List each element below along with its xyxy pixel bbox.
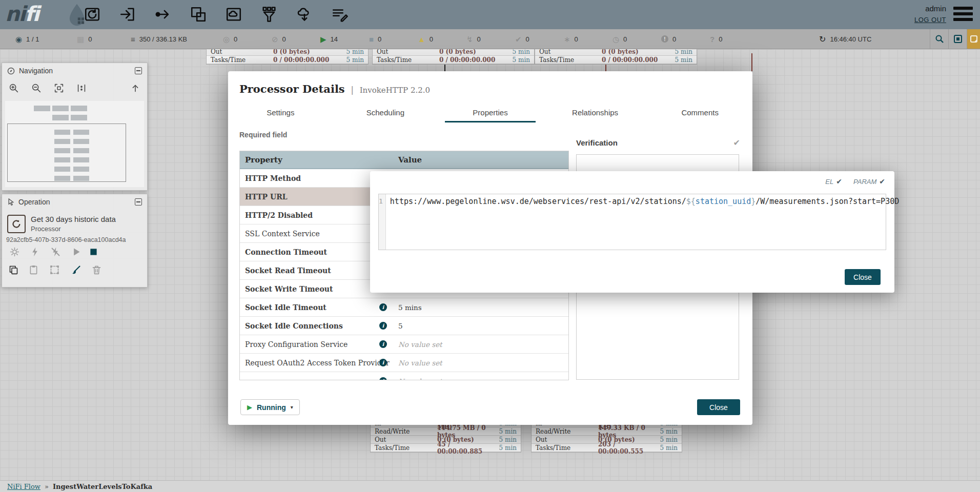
property-row[interactable]: Request OAuth2 Access Token ProvideriNo … <box>240 354 568 372</box>
minimap-node <box>73 139 89 144</box>
status-item: ∗0 <box>564 35 612 43</box>
minimap-node <box>52 115 69 120</box>
info-icon[interactable]: i <box>379 377 387 380</box>
minimap-node <box>54 176 70 181</box>
search-icon[interactable] <box>930 29 948 49</box>
info-icon[interactable]: i <box>379 322 387 330</box>
actual-size-icon[interactable] <box>76 83 87 94</box>
breadcrumb-root-link[interactable]: NiFi Flow <box>7 483 40 490</box>
property-value: No value set <box>394 359 568 367</box>
funnel-icon[interactable] <box>259 4 279 25</box>
stale-icon: ◷ <box>612 35 619 43</box>
stat-window: 5 min <box>337 56 364 64</box>
breadcrumb-separator: » <box>45 483 49 490</box>
logout-link[interactable]: LOG OUT <box>914 16 946 24</box>
minimap-node <box>73 167 89 172</box>
minimap[interactable] <box>5 101 144 187</box>
stat-value: 0 / 00:00:00.000 <box>439 56 503 64</box>
stop-icon[interactable] <box>87 245 99 258</box>
stat-window: 5 min <box>651 428 678 435</box>
label-icon[interactable] <box>330 4 350 25</box>
status-count: 0 <box>623 35 627 43</box>
navigation-icon <box>7 67 15 75</box>
check-icon: ✔ <box>879 177 885 186</box>
refresh-icon[interactable]: ↻ <box>819 34 826 44</box>
input-port-icon[interactable] <box>117 4 138 25</box>
value-code-editor[interactable]: 1 https://www.pegelonline.wsv.de/webserv… <box>378 194 886 250</box>
stat-window: 5 min <box>490 436 517 443</box>
verification-check-icon[interactable]: ✔ <box>733 138 740 148</box>
zoom-out-icon[interactable] <box>31 83 42 94</box>
status-item: ▦0 <box>77 35 131 43</box>
group-box-icon[interactable] <box>948 29 967 49</box>
dialog-close-button[interactable]: Close <box>697 399 740 415</box>
paste-icon[interactable] <box>27 263 39 276</box>
run-state-button[interactable]: ▶ Running ▾ <box>240 399 300 415</box>
property-name: Connection Timeout <box>245 248 327 256</box>
group-icon[interactable] <box>48 263 60 276</box>
play-icon[interactable] <box>70 245 82 258</box>
stat-row: Out0 (0 bytes)5 min <box>535 49 697 56</box>
stat-row: Tasks/Time0 / 00:00:00.0005 min <box>535 56 697 64</box>
status-item: ▲0 <box>418 35 466 43</box>
value-text[interactable]: https://www.pegelonline.wsv.de/webservic… <box>386 194 903 250</box>
minimap-node <box>54 148 70 153</box>
processor-stats-block: Out0 (0 bytes)5 minTasks/Time0 / 00:00:0… <box>206 49 369 65</box>
brush-icon[interactable] <box>70 263 82 276</box>
info-icon[interactable]: i <box>379 303 387 311</box>
stat-label: Read/Write <box>375 428 437 435</box>
stat-row: Read/Write114.75 MB / 0 bytes5 min <box>371 427 521 436</box>
minimap-node <box>71 106 87 111</box>
canvas-palette-icon[interactable] <box>967 29 980 49</box>
remote-process-group-icon[interactable] <box>223 4 244 25</box>
stat-window: 5 min <box>666 49 692 55</box>
tab-settings[interactable]: Settings <box>228 102 333 122</box>
output-port-icon[interactable] <box>153 4 173 25</box>
processor-icon[interactable] <box>82 4 103 25</box>
stat-label: Read/Write <box>536 428 598 435</box>
tab-relationships[interactable]: Relationships <box>543 102 648 122</box>
breadcrumb: NiFi Flow » IngestWaterLevelsToKafka <box>0 480 980 492</box>
stat-window: 5 min <box>490 428 517 435</box>
collapse-operation-icon[interactable] <box>135 198 142 206</box>
copy-icon[interactable] <box>7 263 19 276</box>
process-group-icon[interactable] <box>188 4 209 25</box>
global-menu-icon[interactable] <box>953 7 973 24</box>
minimap-node <box>52 106 69 111</box>
lightning-icon[interactable] <box>29 245 41 258</box>
status-count: 1 / 1 <box>26 35 39 43</box>
fit-icon[interactable] <box>53 83 65 94</box>
property-row[interactable]: iNo value set <box>240 372 568 380</box>
property-row[interactable]: Socket Idle Timeouti5 mins <box>240 298 568 317</box>
info-icon[interactable]: i <box>379 359 387 366</box>
stat-value: 45 / 00:00:00.885 <box>437 441 490 455</box>
property-name: Socket Write Timeout <box>245 285 333 293</box>
trash-icon[interactable] <box>90 263 103 276</box>
dialog-title-separator: | <box>351 84 354 95</box>
info-icon[interactable]: i <box>379 340 387 348</box>
editor-close-button[interactable]: Close <box>845 269 881 285</box>
property-row[interactable]: Socket Idle Connectionsi5 <box>240 317 568 335</box>
gear-icon[interactable] <box>8 245 21 258</box>
locally-modified-icon: ∗ <box>564 35 570 43</box>
tab-comments[interactable]: Comments <box>647 102 752 122</box>
stat-label: Out <box>539 49 602 55</box>
tab-scheduling[interactable]: Scheduling <box>333 102 438 122</box>
template-icon[interactable] <box>294 4 315 25</box>
collapse-navigation-icon[interactable] <box>135 67 142 74</box>
stat-value: 0 / 00:00:00.000 <box>273 56 337 64</box>
stat-row: Tasks/Time45 / 00:00:00.8855 min <box>371 444 521 452</box>
property-row[interactable]: Proxy Configuration ServiceiNo value set <box>240 335 568 354</box>
stat-row: Out0 (0 bytes)5 min <box>373 49 534 56</box>
tab-properties[interactable]: Properties <box>438 102 543 122</box>
zoom-in-icon[interactable] <box>8 83 19 94</box>
stat-label: Out <box>377 49 439 55</box>
stat-window: 5 min <box>503 56 530 64</box>
dialog-title: Processor Details <box>239 83 345 95</box>
up-arrow-icon[interactable] <box>130 83 141 94</box>
lightning-off-icon[interactable] <box>49 245 62 258</box>
stat-row: Tasks/Time0 / 00:00:00.0005 min <box>207 56 368 64</box>
stat-label: Tasks/Time <box>536 444 598 452</box>
stat-label: Tasks/Time <box>539 56 602 64</box>
navigation-panel: Navigation <box>2 63 148 191</box>
